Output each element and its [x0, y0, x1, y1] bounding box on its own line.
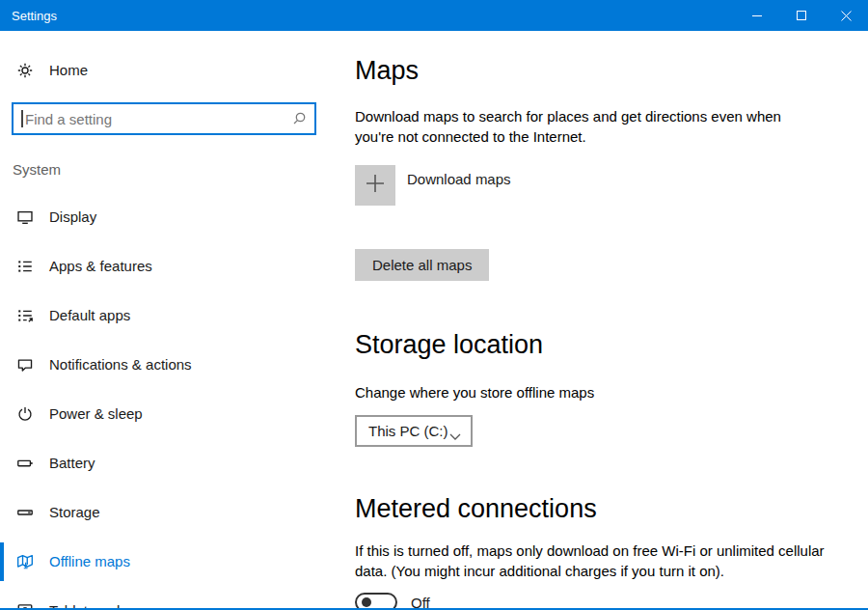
- minimize-icon: [752, 11, 762, 20]
- window-controls: [735, 0, 868, 31]
- maximize-button[interactable]: [779, 0, 824, 31]
- metered-connections-description: If this is turned off, maps only downloa…: [355, 541, 831, 581]
- storage-location-description: Change where you store offline maps: [355, 382, 849, 402]
- plus-icon: [364, 172, 387, 199]
- power-icon: [16, 405, 34, 423]
- sidebar-item-display[interactable]: Display: [0, 192, 347, 241]
- storage-icon: [16, 504, 34, 521]
- apps-features-icon: [16, 258, 34, 275]
- minimize-button[interactable]: [735, 0, 779, 31]
- sidebar-nav: Display Apps & features: [0, 192, 347, 610]
- storage-location-dropdown[interactable]: This PC (C:): [355, 415, 473, 447]
- sidebar-item-apps-features[interactable]: Apps & features: [0, 241, 347, 291]
- sidebar: Home Find a setting System: [0, 31, 347, 610]
- text-caret: [21, 110, 23, 127]
- search-placeholder: Find a setting: [25, 111, 291, 127]
- toggle-knob: [362, 597, 371, 607]
- sidebar-item-notifications[interactable]: Notifications & actions: [0, 340, 347, 389]
- dropdown-selected-value: This PC (C:): [368, 423, 449, 439]
- window-title: Settings: [0, 9, 735, 23]
- sidebar-item-default-apps[interactable]: Default apps: [0, 291, 347, 340]
- sidebar-item-label: Power & sleep: [49, 405, 143, 422]
- sidebar-item-label: Notifications & actions: [49, 356, 192, 373]
- sidebar-item-home[interactable]: Home: [0, 50, 347, 90]
- main-content: Maps Download maps to search for places …: [347, 31, 868, 610]
- sidebar-item-battery[interactable]: Battery: [0, 438, 347, 487]
- search-input[interactable]: Find a setting: [12, 102, 316, 135]
- sidebar-item-tablet-mode[interactable]: Tablet mode: [0, 586, 347, 610]
- sidebar-item-label: Apps & features: [49, 258, 152, 274]
- storage-location-title: Storage location: [355, 330, 849, 360]
- page-title: Maps: [355, 56, 849, 86]
- offline-maps-icon: [16, 553, 34, 570]
- battery-icon: [16, 455, 34, 472]
- delete-all-maps-button[interactable]: Delete all maps: [355, 249, 489, 281]
- download-maps-button[interactable]: [355, 165, 395, 206]
- download-maps-row: Download maps: [355, 165, 849, 206]
- sidebar-section-label: System: [0, 161, 347, 178]
- sidebar-item-power-sleep[interactable]: Power & sleep: [0, 389, 347, 438]
- gear-icon: [16, 62, 34, 79]
- notifications-icon: [16, 356, 34, 374]
- sidebar-item-label: Display: [49, 208, 96, 225]
- sidebar-item-label: Home: [49, 62, 88, 78]
- sidebar-item-label: Offline maps: [49, 553, 130, 569]
- close-button[interactable]: [824, 0, 868, 31]
- sidebar-item-label: Default apps: [49, 307, 130, 323]
- settings-window: Settings: [0, 0, 868, 610]
- sidebar-item-label: Storage: [49, 504, 100, 520]
- maximize-icon: [797, 11, 806, 20]
- default-apps-icon: [16, 307, 34, 324]
- sidebar-item-offline-maps[interactable]: Offline maps: [0, 537, 347, 586]
- search-icon[interactable]: [291, 111, 307, 126]
- sidebar-item-storage[interactable]: Storage: [0, 487, 347, 537]
- chevron-down-icon: [449, 428, 461, 435]
- titlebar: Settings: [0, 0, 868, 31]
- maps-description: Download maps to search for places and g…: [355, 106, 816, 147]
- download-maps-label: Download maps: [407, 171, 511, 187]
- close-icon: [841, 11, 852, 21]
- display-icon: [16, 208, 34, 226]
- metered-connections-title: Metered connections: [355, 494, 849, 524]
- sidebar-item-label: Battery: [49, 455, 95, 471]
